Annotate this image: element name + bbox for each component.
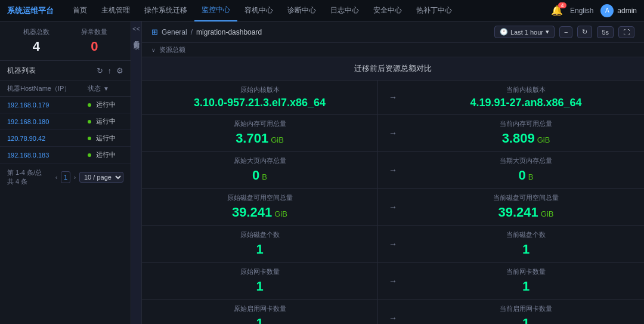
arrow-active-nic: →: [378, 300, 408, 324]
error-machines-stat: 异常数量 0: [66, 27, 124, 54]
comparison-row-disk-space: 原始磁盘可用空间总量 39.241GiB → 当前磁盘可用空间总量 39.241…: [142, 189, 644, 226]
status-dot: [88, 137, 91, 140]
time-range-selector[interactable]: 🕐 Last 1 hour ▾: [494, 26, 555, 38]
page-number[interactable]: 1: [61, 171, 70, 183]
left-disk-count-value: 1: [151, 242, 368, 257]
breadcrumb-root[interactable]: General: [162, 28, 187, 36]
status-cell: 运行中: [88, 100, 123, 109]
upload-icon[interactable]: ↑: [108, 66, 112, 75]
status-cell: 运行中: [88, 117, 123, 126]
page-size-select[interactable]: 10 / page 20 / page: [79, 172, 123, 183]
comparison-row-disk-count: 原始磁盘个数 1 → 当前磁盘个数 1: [142, 226, 644, 263]
bell-button[interactable]: 🔔 4: [551, 5, 563, 16]
table-row[interactable]: 120.78.90.42 运行中: [0, 130, 131, 147]
refresh-icon[interactable]: ↻: [97, 66, 103, 75]
error-machines-value: 0: [66, 39, 124, 54]
table-row[interactable]: 192.168.0.179 运行中: [0, 97, 131, 113]
language-selector[interactable]: English: [570, 7, 593, 15]
prev-page-icon[interactable]: ‹: [55, 174, 57, 181]
nav-log[interactable]: 日志中心: [323, 0, 366, 21]
fullscreen-button[interactable]: ⛶: [618, 26, 634, 38]
left-disk-space-label: 原始磁盘可用空间总量: [151, 193, 368, 202]
right-active-nic-cell: 当前启用网卡数量 1: [408, 300, 644, 324]
nav-home[interactable]: 首页: [66, 0, 94, 21]
right-active-nic-label: 当前启用网卡数量: [417, 304, 634, 313]
machine-list-title: 机器列表 ↻ ↑ ⚙: [0, 61, 131, 81]
total-machines-stat: 机器总数 4: [7, 27, 66, 54]
comparison-row-nic: 原始网卡数量 1 → 当前网卡数量 1: [142, 263, 644, 300]
right-memory-label: 当前内存可用总量: [417, 119, 634, 128]
interval-button[interactable]: 5s: [597, 26, 614, 38]
status-cell: 运行中: [88, 134, 123, 143]
comparison-title: 迁移前后资源总额对比: [142, 57, 644, 81]
resource-section-bar[interactable]: ∨ 资源总额: [142, 43, 644, 57]
table-row[interactable]: 192.168.0.183 运行中: [0, 147, 131, 163]
right-nic-value: 1: [417, 279, 634, 294]
left-active-nic-label: 原始启用网卡数量: [151, 304, 368, 313]
resource-section: 迁移前后资源总额对比 原始内核版本 3.10.0-957.21.3.el7.x8…: [142, 57, 644, 324]
next-page-icon[interactable]: ›: [74, 174, 76, 181]
host-link[interactable]: 192.168.0.183: [7, 152, 88, 159]
left-nic-cell: 原始网卡数量 1: [142, 263, 378, 300]
main-content: ⊞ General / migration-dashboard 🕐 Last 1…: [142, 21, 644, 324]
content-header: ⊞ General / migration-dashboard 🕐 Last 1…: [142, 21, 644, 43]
status-text: 运行中: [96, 117, 116, 126]
left-active-nic-value: 1: [151, 316, 368, 324]
host-link[interactable]: 192.168.0.179: [7, 101, 88, 109]
right-disk-space-label: 当前磁盘可用空间总量: [417, 193, 634, 202]
refresh-button[interactable]: ↻: [577, 26, 592, 38]
chevron-down-icon: ▾: [546, 28, 549, 36]
filter-icon[interactable]: ▼: [103, 85, 109, 92]
left-hugepage-label: 原始大页内存总量: [151, 156, 368, 165]
bell-badge: 4: [558, 2, 566, 8]
nav-os-migration[interactable]: 操作系统迁移: [137, 0, 194, 21]
nav-monitor[interactable]: 监控中心: [194, 0, 237, 21]
left-nic-value: 1: [151, 279, 368, 294]
error-machines-label: 异常数量: [66, 27, 124, 36]
left-nic-label: 原始网卡数量: [151, 267, 368, 276]
breadcrumb: ⊞ General / migration-dashboard: [151, 27, 262, 36]
left-kernel-value: 3.10.0-957.21.3.el7.x86_64: [151, 97, 368, 109]
avatar: A: [600, 4, 614, 17]
left-disk-space-value: 39.241GiB: [151, 205, 368, 220]
host-link[interactable]: 120.78.90.42: [7, 135, 88, 142]
left-hugepage-value: 0B: [151, 168, 368, 183]
right-nic-label: 当前网卡数量: [417, 267, 634, 276]
nav-security[interactable]: 安全中心: [366, 0, 409, 21]
status-dot: [88, 120, 91, 124]
right-hugepage-label: 当期大页内存总量: [417, 156, 634, 165]
table-row[interactable]: 192.168.0.180 运行中: [0, 113, 131, 130]
comparison-row-memory: 原始内存可用总量 3.701GiB → 当前内存可用总量 3.809GiB: [142, 115, 644, 152]
left-kernel-cell: 原始内核版本 3.10.0-957.21.3.el7.x86_64: [142, 81, 378, 115]
arrow-nic: →: [378, 263, 408, 300]
nav-container[interactable]: 容机中心: [237, 0, 280, 21]
chevron-icon: ∨: [151, 47, 156, 53]
sidebar-stats: 机器总数 4 异常数量 0: [0, 21, 131, 61]
status-cell: 运行中: [88, 150, 123, 159]
arrow-hugepage: →: [378, 152, 408, 189]
col-status-label: 状态 ▼: [88, 84, 123, 93]
right-disk-count-label: 当前磁盘个数: [417, 230, 634, 239]
right-nic-cell: 当前网卡数量 1: [408, 263, 644, 300]
right-hugepage-cell: 当期大页内存总量 0B: [408, 152, 644, 189]
host-link[interactable]: 192.168.0.180: [7, 118, 88, 125]
nav-diagnose[interactable]: 诊断中心: [280, 0, 323, 21]
right-kernel-cell: 当前内核版本 4.19.91-27.an8.x86_64: [408, 81, 644, 115]
nav-host-manage[interactable]: 主机管理: [94, 0, 137, 21]
nav-right: 🔔 4 English A admin: [551, 4, 637, 17]
zoom-out-button[interactable]: −: [559, 26, 572, 38]
right-kernel-label: 当前内核版本: [417, 85, 634, 94]
right-disk-count-value: 1: [417, 242, 634, 257]
status-text: 运行中: [96, 134, 116, 143]
username: admin: [617, 7, 637, 15]
settings-icon[interactable]: ⚙: [116, 66, 123, 75]
table-header: 机器HostName（IP） 状态 ▼: [0, 81, 131, 97]
arrow-kernel: →: [378, 81, 408, 115]
left-active-nic-cell: 原始启用网卡数量 1: [142, 300, 378, 324]
user-menu[interactable]: A admin: [600, 4, 637, 17]
right-memory-cell: 当前内存可用总量 3.809GiB: [408, 115, 644, 152]
nav-items: 首页 主机管理 操作系统迁移 监控中心 容机中心 诊断中心 日志中心 安全中心 …: [66, 0, 551, 21]
collapse-panel[interactable]: << 折叠实例面板: [131, 21, 142, 324]
arrow-disk-space: →: [378, 189, 408, 226]
nav-hotpatch[interactable]: 热补丁中心: [409, 0, 459, 21]
